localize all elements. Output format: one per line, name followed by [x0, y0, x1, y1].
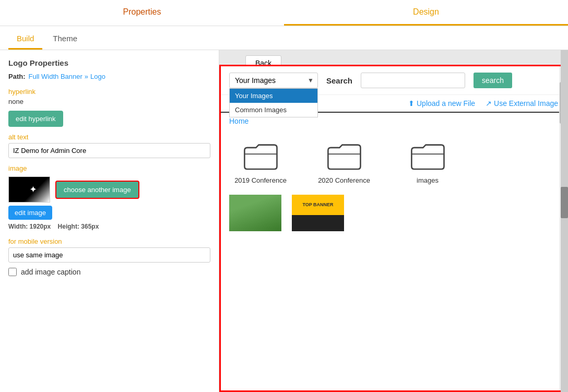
tab-properties[interactable]: Properties: [0, 0, 284, 26]
choose-another-image-button[interactable]: choose another image: [55, 181, 139, 199]
properties-tab-label: Properties: [123, 7, 161, 17]
breadcrumb: Path: Full Width Banner » Logo: [8, 73, 210, 80]
path-fullwidthbanner[interactable]: Full Width Banner: [29, 73, 82, 80]
caption-checkbox[interactable]: [8, 268, 17, 276]
image-source-dropdown[interactable]: Your Images Common Images: [229, 73, 318, 88]
search-label: Search: [326, 76, 352, 85]
dropdown-option-yourimages-item[interactable]: Your Images: [230, 89, 317, 103]
height-value: 365px: [81, 223, 99, 230]
folder-name-2019: 2019 Conference: [234, 176, 287, 184]
image-thumbnail: ✦: [8, 176, 50, 203]
height-label: Height:: [58, 223, 79, 230]
edit-hyperlink-button[interactable]: edit hyperlink: [8, 111, 63, 127]
dropdown-wrapper: Your Images Common Images ▼ Your Images …: [229, 73, 318, 88]
top-nav: Properties Design: [0, 0, 568, 26]
dimensions-row: Width: 1920px Height: 365px: [8, 223, 210, 230]
dropdown-menu: Your Images Common Images: [229, 88, 318, 117]
external-link-icon: ↗: [486, 99, 492, 108]
left-panel: Logo Properties Path: Full Width Banner …: [0, 50, 219, 392]
picker-header: Your Images Common Images ▼ Your Images …: [221, 66, 566, 95]
search-input[interactable]: [361, 73, 465, 88]
right-panel: Back Your Images Common Images ▼ Your Im…: [219, 50, 568, 392]
upload-new-file-link[interactable]: ⬆ Upload a new File: [408, 99, 475, 108]
tab-build[interactable]: Build: [8, 29, 42, 50]
width-value: 1920px: [30, 223, 51, 230]
hyperlink-label: hyperlink: [8, 88, 210, 96]
image-thumb-green[interactable]: [229, 195, 281, 231]
image-picker: Your Images Common Images ▼ Your Images …: [219, 65, 568, 392]
folder-icon-2019: [240, 138, 281, 174]
tabs-row: Build Theme: [0, 26, 568, 50]
alt-text-input[interactable]: [8, 143, 210, 158]
search-button[interactable]: search: [474, 73, 512, 88]
tab-theme[interactable]: Theme: [44, 29, 86, 50]
alt-text-label: alt text: [8, 133, 210, 141]
picker-body: 2019 Conference 2020 Conference: [221, 129, 566, 390]
width-label: Width:: [8, 223, 28, 230]
dropdown-option-commonimages-item[interactable]: Common Images: [230, 103, 317, 117]
folder-icon-2020: [323, 138, 365, 174]
path-logo[interactable]: Logo: [90, 73, 105, 80]
mobile-image-input[interactable]: [8, 247, 210, 263]
edit-image-button[interactable]: edit image: [8, 206, 52, 220]
folder-icon-images: [407, 138, 448, 174]
folder-row: 2019 Conference 2020 Conference: [229, 138, 558, 184]
path-label: Path:: [8, 73, 26, 80]
image-thumb-icon: ✦: [29, 184, 37, 195]
section-title: Logo Properties: [8, 58, 210, 67]
folder-item-2020[interactable]: 2020 Conference: [313, 138, 375, 184]
outer-scrollbar-thumb[interactable]: [561, 187, 568, 218]
image-label: image: [8, 164, 210, 172]
tab-design[interactable]: Design: [284, 0, 568, 26]
folder-name-images: images: [417, 176, 439, 184]
hyperlink-value: none: [8, 98, 210, 105]
caption-row: add image caption: [8, 268, 210, 276]
upload-icon: ⬆: [408, 99, 415, 108]
image-thumb-banner[interactable]: TOP BANNER: [292, 195, 344, 231]
mobile-label: for mobile version: [8, 237, 210, 245]
design-tab-label: Design: [413, 7, 439, 17]
folder-item-images[interactable]: images: [396, 138, 459, 184]
use-external-image-link[interactable]: ↗ Use External Image: [486, 99, 558, 108]
main-layout: Logo Properties Path: Full Width Banner …: [0, 50, 568, 392]
outer-scrollbar[interactable]: [561, 50, 568, 392]
image-row: ✦ choose another image: [8, 176, 210, 203]
folder-item-2019[interactable]: 2019 Conference: [229, 138, 292, 184]
image-thumbnails-row: TOP BANNER: [229, 195, 558, 231]
caption-label: add image caption: [21, 268, 80, 276]
path-separator: »: [85, 73, 88, 80]
folder-name-2020: 2020 Conference: [318, 176, 370, 184]
